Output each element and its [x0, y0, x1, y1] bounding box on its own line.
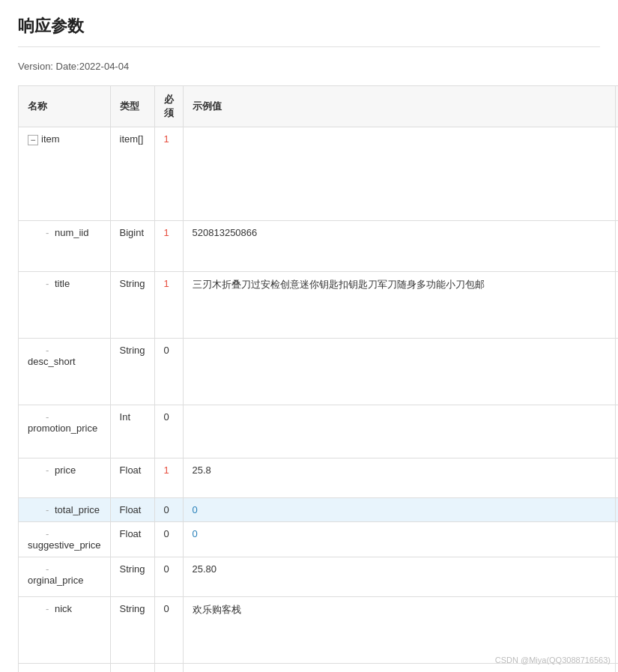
cell-desc: 原价 — [615, 557, 618, 597]
header-example: 示例值 — [183, 86, 615, 127]
cell-name: - num — [19, 664, 111, 673]
indent-dash: - — [28, 563, 49, 575]
cell-example: 25.8 — [183, 458, 615, 498]
cell-name: - title — [19, 272, 111, 339]
table-header-row: 名称 类型 必须 示例值 描述 — [19, 86, 619, 127]
cell-type: Float — [110, 522, 154, 557]
cell-type: item[] — [110, 127, 154, 221]
params-table: 名称 类型 必须 示例值 描述 −itemitem[]1宝贝详情数据- num_… — [18, 85, 618, 672]
table-row: - orginal_priceString025.80原价 — [19, 557, 619, 597]
table-row: - desc_shortString0商品简介 — [19, 339, 619, 405]
cell-required: 1 — [154, 272, 183, 339]
cell-required: 0 — [154, 339, 183, 405]
table-row: - total_priceFloat00 — [19, 498, 619, 522]
table-row: - nickString0欢乐购客栈掌柜昵称 — [19, 597, 619, 664]
cell-desc: 宝贝详情数据 — [615, 127, 618, 221]
cell-desc: 宝贝ID — [615, 221, 618, 272]
cell-example: 0 — [183, 498, 615, 522]
version-info: Version: Date:2022-04-04 — [18, 61, 600, 72]
cell-name: - promotion_price — [19, 405, 111, 458]
table-row: - numInt03836库存 — [19, 664, 619, 673]
indent-dash: - — [28, 227, 52, 238]
cell-example: 25.80 — [183, 557, 615, 597]
cell-type: String — [110, 339, 154, 405]
cell-required: 0 — [154, 557, 183, 597]
cell-required: 1 — [154, 458, 183, 498]
cell-name: - orginal_price — [19, 557, 111, 597]
cell-name: - total_price — [19, 498, 111, 522]
cell-name: - num_iid — [19, 221, 111, 272]
cell-name: - suggestive_price — [19, 522, 111, 557]
cell-example: 欢乐购客栈 — [183, 597, 615, 664]
cell-desc: 优惠价 — [615, 405, 618, 458]
table-row: - num_iidBigint1520813250866宝贝ID — [19, 221, 619, 272]
indent-dash: - — [28, 504, 52, 515]
cell-type: Int — [110, 405, 154, 458]
cell-type: String — [110, 597, 154, 664]
header-desc: 描述 — [615, 86, 618, 127]
table-row: - priceFloat125.8价格 — [19, 458, 619, 498]
indent-dash: - — [28, 345, 49, 356]
cell-type: Float — [110, 498, 154, 522]
table-row: - titleString1三刃木折叠刀过安检创意迷你钥匙扣钥匙刀军刀随身多功能… — [19, 272, 619, 339]
cell-required: 0 — [154, 405, 183, 458]
cell-example — [183, 127, 615, 221]
indent-dash: - — [28, 528, 49, 539]
cell-type: String — [110, 557, 154, 597]
cell-required: 0 — [154, 664, 183, 673]
cell-desc — [615, 498, 618, 522]
cell-example: 3836 — [183, 664, 615, 673]
cell-desc: 商品简介 — [615, 339, 618, 405]
header-type: 类型 — [110, 86, 154, 127]
cell-type: String — [110, 272, 154, 339]
cell-type: Float — [110, 458, 154, 498]
cell-required: 1 — [154, 221, 183, 272]
cell-example: 520813250866 — [183, 221, 615, 272]
cell-example — [183, 405, 615, 458]
cell-example: 三刃木折叠刀过安检创意迷你钥匙扣钥匙刀军刀随身多功能小刀包邮 — [183, 272, 615, 339]
cell-desc: 库存 — [615, 664, 618, 673]
watermark-text: CSDN @Miya(QQ3088716563) — [495, 656, 611, 665]
indent-dash: - — [28, 411, 49, 423]
cell-required: 0 — [154, 522, 183, 557]
table-row: - promotion_priceInt0优惠价 — [19, 405, 619, 458]
indent-dash: - — [28, 464, 52, 476]
cell-example: 0 — [183, 522, 615, 557]
cell-desc: 价格 — [615, 458, 618, 498]
header-name: 名称 — [19, 86, 111, 127]
cell-name: - nick — [19, 597, 111, 664]
page-title: 响应参数 — [18, 15, 600, 47]
cell-required: 0 — [154, 498, 183, 522]
cell-type: Int — [110, 664, 154, 673]
cell-name: −item — [19, 127, 111, 221]
cell-example — [183, 339, 615, 405]
table-row: - suggestive_priceFloat00 — [19, 522, 619, 557]
cell-required: 1 — [154, 127, 183, 221]
cell-desc — [615, 522, 618, 557]
table-row: −itemitem[]1宝贝详情数据 — [19, 127, 619, 221]
cell-desc: 掌柜昵称 — [615, 597, 618, 664]
cell-type: Bigint — [110, 221, 154, 272]
cell-name: - price — [19, 458, 111, 498]
cell-required: 0 — [154, 597, 183, 664]
indent-dash: - — [28, 603, 52, 614]
header-required: 必须 — [154, 86, 183, 127]
cell-desc: 宝贝标题 — [615, 272, 618, 339]
indent-dash: - — [28, 278, 52, 289]
toggle-icon[interactable]: − — [28, 135, 38, 145]
cell-name: - desc_short — [19, 339, 111, 405]
